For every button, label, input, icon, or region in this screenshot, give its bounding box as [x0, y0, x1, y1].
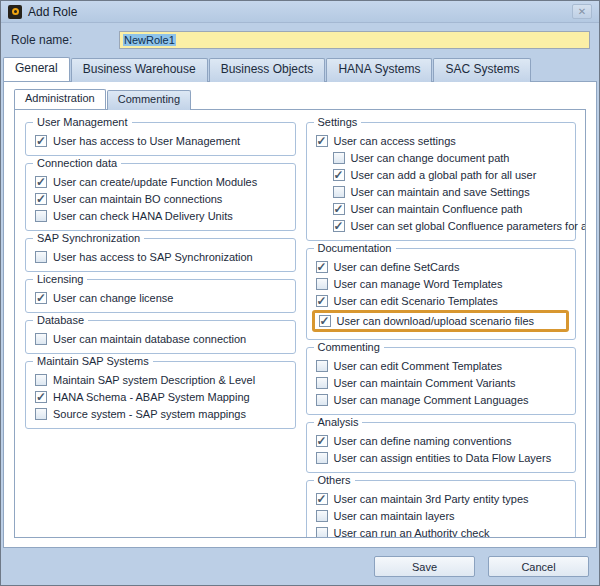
checkbox[interactable]	[316, 394, 328, 406]
checkbox-row: User can change license	[35, 290, 289, 306]
checkbox-label: User has access to User Management	[53, 135, 240, 147]
left-column: User Management User has access to User …	[25, 122, 296, 531]
checkbox-label: User can maintain BO connections	[53, 193, 222, 205]
checkbox[interactable]	[333, 220, 345, 232]
checkbox-row: User can maintain Confluence path	[333, 201, 570, 217]
checkbox-label: User can manage Comment Languages	[334, 394, 529, 406]
tab-business-warehouse[interactable]: Business Warehouse	[71, 58, 208, 82]
checkbox-row: User has access to User Management	[35, 133, 289, 149]
checkbox-row: User can maintain layers	[316, 508, 570, 524]
checkbox-row: User can maintain database connection	[35, 331, 289, 347]
checkbox-label: User can download/upload scenario files	[337, 315, 535, 327]
checkbox-label: User can run an Authority check	[334, 527, 490, 538]
checkbox-label: User can assign entities to Data Flow La…	[334, 452, 552, 464]
checkbox[interactable]	[319, 315, 331, 327]
checkbox[interactable]	[316, 493, 328, 505]
tab-general[interactable]: General	[3, 57, 70, 81]
role-name-input[interactable]: NewRole1	[119, 31, 590, 49]
group-caption: Settings	[314, 116, 362, 128]
tab-business-objects[interactable]: Business Objects	[209, 58, 326, 82]
checkbox-row: User can set global Confluence parameter…	[333, 218, 570, 234]
group-caption: User Management	[33, 116, 132, 128]
checkbox-row: User can edit Scenario Templates	[316, 293, 570, 309]
group-caption: Licensing	[33, 273, 87, 285]
checkbox[interactable]	[316, 135, 328, 147]
checkbox[interactable]	[316, 435, 328, 447]
checkbox-label: User can set global Confluence parameter…	[351, 220, 587, 232]
group-caption: Commenting	[314, 341, 384, 353]
checkbox-row: User can create/update Function Modules	[35, 174, 289, 190]
group-caption: SAP Synchronization	[33, 232, 144, 244]
main-tabstrip: General Business Warehouse Business Obje…	[1, 55, 599, 81]
checkbox-row: User can assign entities to Data Flow La…	[316, 450, 570, 466]
checkbox-label: User can define naming conventions	[334, 435, 512, 447]
checkbox[interactable]	[35, 251, 47, 263]
cancel-button[interactable]: Cancel	[488, 556, 589, 577]
right-column: Settings User can access settings User c…	[306, 122, 577, 531]
subtab-administration[interactable]: Administration	[14, 89, 106, 109]
close-button[interactable]: ✕	[572, 4, 592, 19]
checkbox[interactable]	[316, 452, 328, 464]
checkbox[interactable]	[333, 169, 345, 181]
checkbox-label: User has access to SAP Synchronization	[53, 251, 253, 263]
checkbox-row: User can check HANA Delivery Units	[35, 208, 289, 224]
checkbox[interactable]	[35, 193, 47, 205]
tab-sac-systems[interactable]: SAC Systems	[433, 58, 531, 82]
checkbox[interactable]	[35, 210, 47, 222]
checkbox-row: User can edit Comment Templates	[316, 358, 570, 374]
checkbox-row: User can run an Authority check	[316, 525, 570, 538]
group-maintain-sap-systems: Maintain SAP Systems Maintain SAP system…	[25, 361, 296, 429]
checkbox[interactable]	[35, 135, 47, 147]
checkbox-row: HANA Schema - ABAP System Mapping	[35, 389, 289, 405]
checkbox-row: Maintain SAP system Description & Level	[35, 372, 289, 388]
checkbox[interactable]	[333, 186, 345, 198]
group-sap-synchronization: SAP Synchronization User has access to S…	[25, 238, 296, 272]
save-button[interactable]: Save	[374, 556, 475, 577]
checkbox-row: User has access to SAP Synchronization	[35, 249, 289, 265]
checkbox-row: User can maintain and save Settings	[333, 184, 570, 200]
close-icon: ✕	[578, 7, 586, 17]
checkbox-label: User can maintain Confluence path	[351, 203, 523, 215]
role-name-selected-text: NewRole1	[123, 34, 176, 46]
group-caption: Maintain SAP Systems	[33, 355, 153, 367]
checkbox-row: User can define SetCards	[316, 259, 570, 275]
group-caption: Documentation	[314, 242, 396, 254]
tab-hana-systems[interactable]: HANA Systems	[326, 58, 432, 82]
subtab-commenting[interactable]: Commenting	[107, 90, 191, 110]
checkbox[interactable]	[333, 152, 345, 164]
group-connection-data: Connection data User can create/update F…	[25, 163, 296, 231]
checkbox[interactable]	[35, 333, 47, 345]
subtab-page-administration: User Management User has access to User …	[14, 109, 586, 538]
checkbox-row: User can access settings	[316, 133, 570, 149]
checkbox[interactable]	[316, 360, 328, 372]
checkbox-label: User can add a global path for all user	[351, 169, 537, 181]
checkbox-label: User can define SetCards	[334, 261, 460, 273]
checkbox-row: User can maintain BO connections	[35, 191, 289, 207]
checkbox-label: User can edit Comment Templates	[334, 360, 503, 372]
tab-page-general: Administration Commenting User Managemen…	[3, 81, 597, 548]
checkbox-label: User can edit Scenario Templates	[334, 295, 498, 307]
titlebar: Add Role ✕	[1, 1, 599, 23]
checkbox[interactable]	[316, 510, 328, 522]
add-role-dialog: Add Role ✕ Role name: NewRole1 General B…	[0, 0, 600, 586]
checkbox-label: HANA Schema - ABAP System Mapping	[53, 391, 250, 403]
checkbox-row: Source system - SAP system mappings	[35, 406, 289, 422]
checkbox[interactable]	[316, 527, 328, 538]
checkbox[interactable]	[35, 391, 47, 403]
checkbox-row: User can manage Word Templates	[316, 276, 570, 292]
checkbox[interactable]	[316, 261, 328, 273]
group-analysis: Analysis User can define naming conventi…	[306, 422, 577, 473]
checkbox[interactable]	[35, 292, 47, 304]
checkbox[interactable]	[333, 203, 345, 215]
group-licensing: Licensing User can change license	[25, 279, 296, 313]
checkbox-label: User can maintain layers	[334, 510, 455, 522]
group-caption: Others	[314, 474, 355, 486]
checkbox[interactable]	[35, 408, 47, 420]
checkbox[interactable]	[316, 278, 328, 290]
checkbox[interactable]	[316, 295, 328, 307]
checkbox-label: User can check HANA Delivery Units	[53, 210, 233, 222]
checkbox[interactable]	[35, 374, 47, 386]
checkbox-row: User can define naming conventions	[316, 433, 570, 449]
checkbox[interactable]	[35, 176, 47, 188]
checkbox[interactable]	[316, 377, 328, 389]
